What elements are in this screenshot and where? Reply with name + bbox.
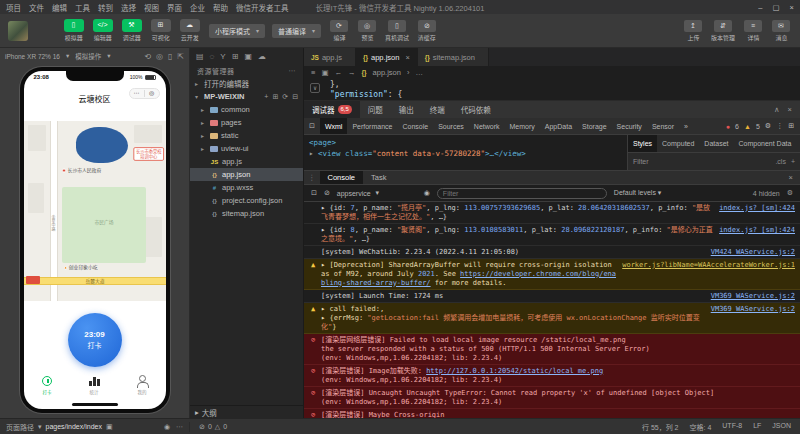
close-button[interactable]: × bbox=[790, 3, 794, 12]
tab-Component Data[interactable]: Component Data bbox=[733, 135, 796, 152]
tab-终端[interactable]: 终端 bbox=[422, 101, 453, 118]
menu-item[interactable]: 微信开发者工具 bbox=[236, 2, 289, 13]
toolbar-action-button[interactable]: ⊘ 清缓存 bbox=[416, 20, 438, 42]
tab-Sensor[interactable]: Sensor bbox=[647, 118, 679, 134]
tree-item-app.json[interactable]: {}app.json bbox=[190, 168, 303, 181]
panel-toggle-button[interactable]: ⚒ 调试器 bbox=[119, 19, 144, 42]
menu-item[interactable]: 界面 bbox=[167, 2, 182, 13]
cls-toggle[interactable]: .cls bbox=[775, 158, 786, 165]
tab-»[interactable]: » bbox=[679, 118, 693, 134]
panel-toggle-button[interactable]: ⊞ 可视化 bbox=[148, 19, 173, 42]
sim-icon[interactable]: ⟲ bbox=[144, 52, 151, 61]
console-log-list[interactable]: ▸ {id: 7, p_name: "揽月亭", p_lng: 113.0075… bbox=[304, 202, 800, 418]
phone-tab-我的[interactable]: 我的 bbox=[118, 370, 165, 400]
clock-in-button[interactable]: 23:09 打卡 bbox=[68, 313, 122, 367]
project-tool-icon[interactable]: ⊟ bbox=[292, 93, 298, 101]
tree-item-project.config.json[interactable]: {}project.config.json bbox=[190, 194, 303, 207]
add-style-icon[interactable]: + bbox=[791, 158, 795, 165]
sim-icon[interactable]: ▯ bbox=[168, 52, 172, 61]
more-icon[interactable]: ⋯ bbox=[176, 423, 183, 431]
tab-Styles[interactable]: Styles bbox=[628, 135, 657, 152]
editor-tab[interactable]: JS app.js bbox=[304, 48, 356, 66]
menu-item[interactable]: 文件 bbox=[29, 2, 44, 13]
tab-问题[interactable]: 问题 bbox=[360, 101, 391, 118]
editor-tab[interactable]: {} sitemap.json bbox=[418, 48, 489, 66]
panel-toggle-button[interactable]: </> 编辑器 bbox=[90, 19, 115, 42]
source-link[interactable]: index.js? [sm]:424 bbox=[719, 226, 795, 235]
menu-item[interactable]: 选择 bbox=[121, 2, 136, 13]
tab-输出[interactable]: 输出 bbox=[391, 101, 422, 118]
wxml-tree[interactable]: <page> ▸ <view class="content data-v-572… bbox=[304, 135, 628, 170]
toolbar-action-button[interactable]: ◎ 预览 bbox=[356, 20, 378, 42]
menu-icon[interactable]: ≡ bbox=[311, 68, 315, 77]
tree-item-common[interactable]: ▸common bbox=[190, 103, 303, 116]
home-indicator[interactable] bbox=[72, 403, 118, 406]
map-view[interactable]: 金星中路 长沙市人民政府 长沙市委党校 培训中心 市民广场 bbox=[24, 121, 166, 301]
tree-item-app.wxss[interactable]: #app.wxss bbox=[190, 181, 303, 194]
menu-item[interactable]: 编辑 bbox=[52, 2, 67, 13]
explorer-tool-icon[interactable]: ▣ bbox=[244, 52, 252, 61]
explorer-tool-icon[interactable]: ☁ bbox=[258, 52, 266, 61]
project-tool-icon[interactable]: ⊞ bbox=[272, 93, 278, 101]
tab-Task[interactable]: Task bbox=[363, 171, 394, 184]
sim-icon[interactable]: ⇱ bbox=[177, 52, 184, 61]
close-icon[interactable]: × bbox=[782, 171, 800, 184]
project-tool-icon[interactable]: + bbox=[264, 93, 268, 101]
eye-icon[interactable]: ◉ bbox=[424, 189, 430, 197]
tab-Storage[interactable]: Storage bbox=[577, 118, 612, 134]
menu-item[interactable]: 转到 bbox=[98, 2, 113, 13]
tab-Memory[interactable]: Memory bbox=[505, 118, 540, 134]
tab-代码依赖[interactable]: 代码依赖 bbox=[453, 101, 499, 118]
tree-item-uview-ui[interactable]: ▸uview-ui bbox=[190, 142, 303, 155]
outline-section[interactable]: ▸ 大纲 bbox=[190, 405, 303, 418]
source-link[interactable]: VM424 WAService.js:2 bbox=[711, 248, 795, 257]
dock-icon[interactable]: ⊡ bbox=[304, 118, 320, 134]
forward-icon[interactable]: → bbox=[348, 68, 356, 77]
tree-item-static[interactable]: ▸static bbox=[190, 129, 303, 142]
tree-item-pages[interactable]: ▸pages bbox=[190, 116, 303, 129]
more-icon[interactable]: ⋯ bbox=[130, 89, 144, 98]
toolbar-action-button[interactable]: ✉ 消息 bbox=[770, 20, 792, 42]
target-icon[interactable]: ◎ bbox=[145, 89, 159, 98]
panel-layout-icon[interactable]: ⊞ bbox=[788, 122, 794, 130]
tab-Dataset[interactable]: Dataset bbox=[699, 135, 733, 152]
breadcrumb-file[interactable]: app.json bbox=[373, 68, 401, 77]
tab-Performance[interactable]: Performance bbox=[347, 118, 397, 134]
problems-indicator[interactable]: ⊘0 △0 bbox=[190, 423, 236, 431]
tab-»[interactable]: » bbox=[796, 135, 800, 152]
sim-icon[interactable]: ◎ bbox=[156, 52, 163, 61]
maximize-button[interactable]: ▢ bbox=[773, 3, 780, 12]
capsule-menu[interactable]: ⋯ ◎ bbox=[129, 88, 160, 99]
console-log-row[interactable]: ⊘[渲染层网络层错误] Failed to load local image r… bbox=[304, 334, 800, 365]
toolbar-action-button[interactable]: ↥ 上传 bbox=[682, 20, 704, 42]
status-item[interactable]: 行 55，列 2 bbox=[642, 422, 679, 432]
page-path-value[interactable]: pages/index/index bbox=[46, 423, 102, 430]
settings-gear-icon[interactable]: ⚙ bbox=[765, 122, 771, 130]
eye-icon[interactable]: ◉ bbox=[164, 423, 170, 431]
status-item[interactable]: UTF-8 bbox=[722, 422, 742, 432]
console-log-row[interactable]: ▲▸ [Deprecation] SharedArrayBuffer will … bbox=[304, 259, 800, 290]
menu-item[interactable]: 帮助 bbox=[213, 2, 228, 13]
toolbar-action-button[interactable]: ▯ 真机调试 bbox=[384, 20, 410, 42]
phone-tab-统计[interactable]: 统计 bbox=[71, 370, 118, 400]
console-log-row[interactable]: ⊘[渲染层错误] Maybe Cross-originMozilla/5.0 (… bbox=[304, 409, 800, 418]
tab-Wxml[interactable]: Wxml bbox=[320, 118, 348, 134]
levels-select[interactable]: Default levels ▾ bbox=[614, 189, 661, 197]
fold-icon[interactable]: ∨ bbox=[310, 83, 320, 93]
console-log-row[interactable]: [system] WeChatLib: 2.23.4 (2022.4.11 21… bbox=[304, 246, 800, 259]
tab-Computed[interactable]: Computed bbox=[657, 135, 699, 152]
drag-handle-icon[interactable]: ⋮ bbox=[304, 171, 320, 184]
bookmark-icon[interactable]: ▣ bbox=[321, 68, 328, 77]
console-log-row[interactable]: ⊘[渲染层错误] Image加载失败: http://127.0.0.1:205… bbox=[304, 365, 800, 387]
tab-Console[interactable]: Console bbox=[397, 118, 433, 134]
console-log-row[interactable]: [system] Launch Time: 1724 msVM369 WASer… bbox=[304, 290, 800, 303]
page-path-label[interactable]: 页面路径 bbox=[6, 422, 34, 432]
menu-item[interactable]: 视图 bbox=[144, 2, 159, 13]
tab-Sources[interactable]: Sources bbox=[433, 118, 469, 134]
collapse-icon[interactable]: ∧ bbox=[774, 105, 780, 114]
phone-tab-打卡[interactable]: 打卡 bbox=[24, 370, 71, 400]
styles-filter-input[interactable]: Filter bbox=[633, 158, 649, 165]
tree-item-sitemap.json[interactable]: {}sitemap.json bbox=[190, 207, 303, 220]
console-settings-icon[interactable]: ⚙ bbox=[787, 189, 793, 197]
project-tool-icon[interactable]: ⟳ bbox=[282, 93, 288, 101]
